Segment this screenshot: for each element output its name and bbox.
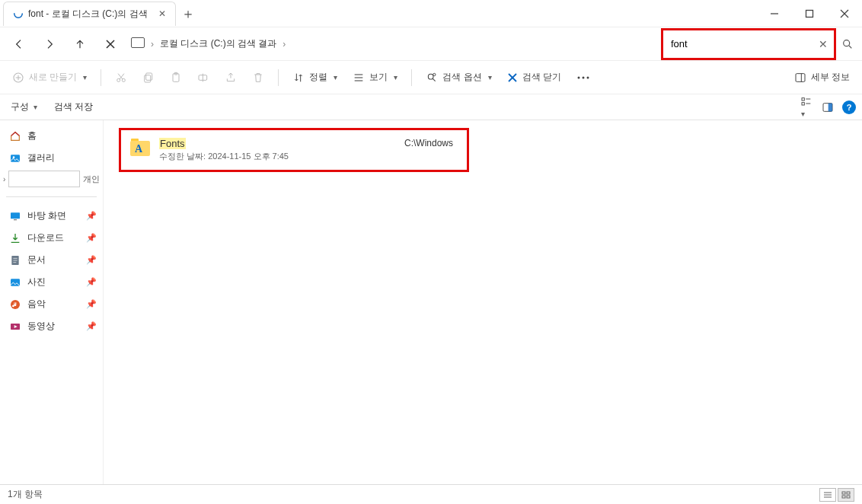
more-button[interactable]	[570, 69, 596, 87]
sidebar-label: 음악	[27, 298, 46, 311]
chevron-down-icon: ▾	[488, 73, 492, 81]
paste-button	[164, 69, 188, 87]
tab-close-icon[interactable]: ✕	[158, 8, 166, 19]
details-view-icon[interactable]	[819, 488, 836, 502]
pin-icon[interactable]: 📌	[86, 321, 97, 331]
chevron-down-icon: ▾	[34, 103, 37, 111]
svg-rect-36	[802, 102, 804, 104]
pin-icon[interactable]: 📌	[86, 255, 97, 265]
sidebar-label: 다운로드	[27, 231, 64, 244]
pin-icon[interactable]: 📌	[86, 233, 97, 243]
desktop-icon	[9, 210, 21, 222]
svg-rect-57	[842, 496, 845, 498]
search-options-button[interactable]: 검색 옵션 ▾	[420, 68, 497, 87]
videos-icon	[9, 321, 21, 333]
svg-rect-40	[828, 103, 832, 111]
nav-bar: › 로컬 디스크 (C:)의 검색 결과 › ✕	[0, 27, 862, 61]
pc-icon	[131, 37, 145, 50]
sidebar-label: 바탕 화면	[27, 209, 66, 222]
close-window-button[interactable]	[827, 0, 862, 27]
rename-button	[191, 69, 216, 87]
view-button[interactable]: 보기 ▾	[346, 68, 404, 87]
organize-button[interactable]: 구성 ▾	[6, 99, 42, 115]
search-icon[interactable]	[838, 38, 857, 50]
sidebar-item-gallery[interactable]: 갤러리	[0, 147, 103, 169]
delete-button	[246, 69, 270, 87]
breadcrumb[interactable]: › 로컬 디스크 (C:)의 검색 결과 ›	[126, 37, 659, 50]
svg-rect-44	[14, 219, 17, 220]
icons-view-icon[interactable]	[838, 488, 854, 502]
sidebar-label-suffix: 개인	[83, 174, 100, 185]
chevron-right-icon: ›	[283, 39, 286, 49]
sidebar-current-row[interactable]: › 개인	[0, 169, 103, 189]
back-button[interactable]	[5, 30, 34, 58]
svg-rect-17	[145, 75, 151, 81]
chevron-right-icon[interactable]: ›	[3, 175, 8, 183]
up-button[interactable]	[65, 30, 94, 58]
sidebar-rename-input[interactable]	[8, 171, 80, 187]
sidebar-item-home[interactable]: 홈	[0, 125, 103, 147]
sort-button[interactable]: 정렬 ▾	[286, 68, 343, 87]
new-button-label: 새로 만들기	[29, 71, 77, 84]
svg-point-30	[578, 76, 580, 78]
svg-point-7	[844, 40, 850, 46]
gallery-icon	[9, 152, 21, 164]
clear-search-icon[interactable]: ✕	[819, 38, 828, 50]
svg-point-25	[429, 74, 434, 79]
maximize-button[interactable]	[792, 0, 827, 27]
close-search-label: 검색 닫기	[522, 71, 561, 84]
divider	[6, 196, 97, 197]
svg-rect-2	[806, 10, 813, 17]
svg-line-8	[849, 46, 851, 48]
pin-icon[interactable]: 📌	[86, 277, 97, 287]
view-label: 보기	[369, 71, 388, 84]
minimize-button[interactable]	[757, 0, 792, 27]
details-pane-button[interactable]: 세부 정보	[788, 68, 856, 87]
search-input[interactable]	[663, 30, 834, 58]
nav-sidebar: 홈 갤러리 › 개인 바탕 화면 📌 다운로드 📌	[0, 120, 104, 484]
help-icon[interactable]: ?	[842, 100, 856, 114]
content-area: A Fonts 수정한 날짜: 2024-11-15 오후 7:45 C:\Wi…	[104, 120, 862, 484]
new-button: 새로 만들기 ▾	[6, 68, 93, 87]
window-tab[interactable]: font - 로컬 디스크 (C:)의 검색 ✕	[3, 2, 176, 26]
breadcrumb-text: 로컬 디스크 (C:)의 검색 결과	[160, 37, 276, 50]
chevron-right-icon: ›	[151, 39, 154, 49]
sidebar-item-downloads[interactable]: 다운로드 📌	[0, 227, 103, 249]
sidebar-item-pictures[interactable]: 사진 📌	[0, 271, 103, 293]
forward-button[interactable]	[35, 30, 64, 58]
svg-rect-33	[796, 73, 805, 81]
tab-title: font - 로컬 디스크 (C:)의 검색	[28, 8, 148, 21]
view-options-icon[interactable]: ▾	[800, 96, 813, 119]
sidebar-item-desktop[interactable]: 바탕 화면 📌	[0, 205, 103, 227]
pin-icon[interactable]: 📌	[86, 211, 97, 221]
titlebar: font - 로컬 디스크 (C:)의 검색 ✕ ＋	[0, 0, 862, 27]
home-icon	[9, 130, 21, 142]
divider	[101, 69, 101, 86]
sidebar-label: 사진	[27, 276, 46, 289]
search-result-highlight[interactable]: A Fonts 수정한 날짜: 2024-11-15 오후 7:45 C:\Wi…	[119, 128, 469, 172]
pin-icon[interactable]: 📌	[86, 299, 97, 309]
save-search-label: 검색 저장	[54, 100, 93, 113]
new-tab-button[interactable]: ＋	[176, 2, 200, 26]
cut-button	[109, 69, 133, 87]
documents-icon	[9, 254, 21, 266]
close-search-button[interactable]: 검색 닫기	[501, 68, 567, 87]
svg-rect-43	[11, 212, 20, 219]
svg-point-27	[433, 73, 436, 75]
status-count: 1개 항목	[8, 488, 43, 501]
sidebar-item-music[interactable]: 음악 📌	[0, 293, 103, 315]
svg-point-32	[587, 76, 589, 78]
details-label: 세부 정보	[811, 71, 850, 84]
copy-button	[136, 69, 161, 87]
sidebar-label: 갤러리	[27, 152, 55, 164]
sidebar-item-documents[interactable]: 문서 📌	[0, 249, 103, 271]
svg-point-0	[14, 10, 23, 18]
divider	[411, 69, 412, 86]
chevron-down-icon: ▾	[394, 73, 397, 81]
sidebar-item-videos[interactable]: 동영상 📌	[0, 315, 103, 337]
svg-line-26	[433, 78, 436, 81]
preview-pane-icon[interactable]	[821, 101, 835, 113]
pictures-icon	[9, 276, 21, 289]
cancel-nav-button[interactable]	[96, 30, 125, 58]
save-search-button[interactable]: 검색 저장	[49, 99, 97, 115]
